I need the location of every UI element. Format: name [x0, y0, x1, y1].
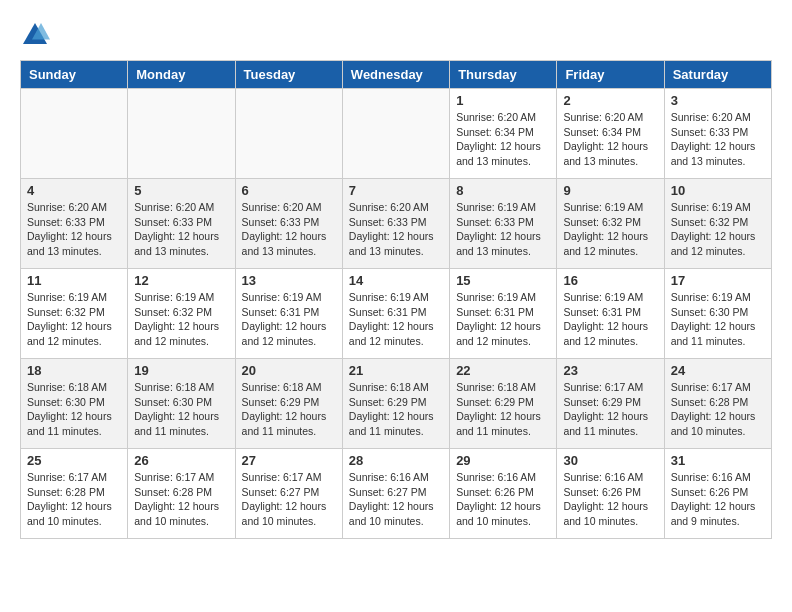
calendar-cell: 31Sunrise: 6:16 AM Sunset: 6:26 PM Dayli…	[664, 449, 771, 539]
calendar-table: SundayMondayTuesdayWednesdayThursdayFrid…	[20, 60, 772, 539]
calendar-week: 11Sunrise: 6:19 AM Sunset: 6:32 PM Dayli…	[21, 269, 772, 359]
calendar-week: 25Sunrise: 6:17 AM Sunset: 6:28 PM Dayli…	[21, 449, 772, 539]
calendar-cell	[235, 89, 342, 179]
day-info: Sunrise: 6:20 AM Sunset: 6:33 PM Dayligh…	[242, 200, 336, 259]
calendar-cell: 16Sunrise: 6:19 AM Sunset: 6:31 PM Dayli…	[557, 269, 664, 359]
day-number: 3	[671, 93, 765, 108]
day-number: 26	[134, 453, 228, 468]
day-number: 5	[134, 183, 228, 198]
calendar-cell	[128, 89, 235, 179]
calendar-cell: 27Sunrise: 6:17 AM Sunset: 6:27 PM Dayli…	[235, 449, 342, 539]
day-number: 11	[27, 273, 121, 288]
day-number: 16	[563, 273, 657, 288]
day-number: 24	[671, 363, 765, 378]
day-info: Sunrise: 6:16 AM Sunset: 6:26 PM Dayligh…	[456, 470, 550, 529]
day-number: 28	[349, 453, 443, 468]
day-number: 6	[242, 183, 336, 198]
calendar-cell: 17Sunrise: 6:19 AM Sunset: 6:30 PM Dayli…	[664, 269, 771, 359]
weekday-header: Monday	[128, 61, 235, 89]
day-info: Sunrise: 6:16 AM Sunset: 6:26 PM Dayligh…	[671, 470, 765, 529]
logo-icon	[20, 20, 50, 50]
calendar-cell: 1Sunrise: 6:20 AM Sunset: 6:34 PM Daylig…	[450, 89, 557, 179]
day-info: Sunrise: 6:19 AM Sunset: 6:31 PM Dayligh…	[349, 290, 443, 349]
day-number: 27	[242, 453, 336, 468]
calendar-cell: 20Sunrise: 6:18 AM Sunset: 6:29 PM Dayli…	[235, 359, 342, 449]
calendar-cell: 30Sunrise: 6:16 AM Sunset: 6:26 PM Dayli…	[557, 449, 664, 539]
day-number: 4	[27, 183, 121, 198]
calendar-cell: 3Sunrise: 6:20 AM Sunset: 6:33 PM Daylig…	[664, 89, 771, 179]
day-info: Sunrise: 6:19 AM Sunset: 6:30 PM Dayligh…	[671, 290, 765, 349]
weekday-row: SundayMondayTuesdayWednesdayThursdayFrid…	[21, 61, 772, 89]
day-number: 15	[456, 273, 550, 288]
day-info: Sunrise: 6:19 AM Sunset: 6:32 PM Dayligh…	[671, 200, 765, 259]
calendar-cell: 4Sunrise: 6:20 AM Sunset: 6:33 PM Daylig…	[21, 179, 128, 269]
calendar-cell: 26Sunrise: 6:17 AM Sunset: 6:28 PM Dayli…	[128, 449, 235, 539]
day-info: Sunrise: 6:17 AM Sunset: 6:28 PM Dayligh…	[671, 380, 765, 439]
calendar-week: 1Sunrise: 6:20 AM Sunset: 6:34 PM Daylig…	[21, 89, 772, 179]
day-info: Sunrise: 6:16 AM Sunset: 6:27 PM Dayligh…	[349, 470, 443, 529]
day-info: Sunrise: 6:17 AM Sunset: 6:28 PM Dayligh…	[27, 470, 121, 529]
day-info: Sunrise: 6:18 AM Sunset: 6:29 PM Dayligh…	[456, 380, 550, 439]
calendar-cell: 13Sunrise: 6:19 AM Sunset: 6:31 PM Dayli…	[235, 269, 342, 359]
calendar-week: 18Sunrise: 6:18 AM Sunset: 6:30 PM Dayli…	[21, 359, 772, 449]
day-info: Sunrise: 6:20 AM Sunset: 6:34 PM Dayligh…	[456, 110, 550, 169]
day-number: 12	[134, 273, 228, 288]
calendar-cell: 15Sunrise: 6:19 AM Sunset: 6:31 PM Dayli…	[450, 269, 557, 359]
day-number: 20	[242, 363, 336, 378]
day-number: 2	[563, 93, 657, 108]
day-info: Sunrise: 6:18 AM Sunset: 6:30 PM Dayligh…	[27, 380, 121, 439]
calendar-cell: 11Sunrise: 6:19 AM Sunset: 6:32 PM Dayli…	[21, 269, 128, 359]
day-number: 19	[134, 363, 228, 378]
weekday-header: Wednesday	[342, 61, 449, 89]
day-info: Sunrise: 6:18 AM Sunset: 6:30 PM Dayligh…	[134, 380, 228, 439]
day-info: Sunrise: 6:20 AM Sunset: 6:34 PM Dayligh…	[563, 110, 657, 169]
day-number: 22	[456, 363, 550, 378]
day-number: 17	[671, 273, 765, 288]
calendar-cell: 2Sunrise: 6:20 AM Sunset: 6:34 PM Daylig…	[557, 89, 664, 179]
calendar-cell	[342, 89, 449, 179]
day-info: Sunrise: 6:19 AM Sunset: 6:31 PM Dayligh…	[563, 290, 657, 349]
day-number: 18	[27, 363, 121, 378]
weekday-header: Saturday	[664, 61, 771, 89]
weekday-header: Thursday	[450, 61, 557, 89]
calendar-cell: 22Sunrise: 6:18 AM Sunset: 6:29 PM Dayli…	[450, 359, 557, 449]
logo	[20, 20, 54, 50]
day-info: Sunrise: 6:20 AM Sunset: 6:33 PM Dayligh…	[134, 200, 228, 259]
calendar-cell: 12Sunrise: 6:19 AM Sunset: 6:32 PM Dayli…	[128, 269, 235, 359]
calendar-cell: 9Sunrise: 6:19 AM Sunset: 6:32 PM Daylig…	[557, 179, 664, 269]
calendar-cell: 28Sunrise: 6:16 AM Sunset: 6:27 PM Dayli…	[342, 449, 449, 539]
day-info: Sunrise: 6:17 AM Sunset: 6:28 PM Dayligh…	[134, 470, 228, 529]
calendar-cell: 6Sunrise: 6:20 AM Sunset: 6:33 PM Daylig…	[235, 179, 342, 269]
day-info: Sunrise: 6:20 AM Sunset: 6:33 PM Dayligh…	[27, 200, 121, 259]
day-info: Sunrise: 6:19 AM Sunset: 6:32 PM Dayligh…	[563, 200, 657, 259]
day-number: 23	[563, 363, 657, 378]
weekday-header: Tuesday	[235, 61, 342, 89]
day-number: 10	[671, 183, 765, 198]
calendar-cell: 7Sunrise: 6:20 AM Sunset: 6:33 PM Daylig…	[342, 179, 449, 269]
weekday-header: Friday	[557, 61, 664, 89]
calendar-header: SundayMondayTuesdayWednesdayThursdayFrid…	[21, 61, 772, 89]
calendar-cell: 18Sunrise: 6:18 AM Sunset: 6:30 PM Dayli…	[21, 359, 128, 449]
calendar-cell: 21Sunrise: 6:18 AM Sunset: 6:29 PM Dayli…	[342, 359, 449, 449]
calendar-cell: 24Sunrise: 6:17 AM Sunset: 6:28 PM Dayli…	[664, 359, 771, 449]
day-info: Sunrise: 6:19 AM Sunset: 6:31 PM Dayligh…	[456, 290, 550, 349]
calendar-body: 1Sunrise: 6:20 AM Sunset: 6:34 PM Daylig…	[21, 89, 772, 539]
day-info: Sunrise: 6:17 AM Sunset: 6:27 PM Dayligh…	[242, 470, 336, 529]
day-info: Sunrise: 6:18 AM Sunset: 6:29 PM Dayligh…	[242, 380, 336, 439]
day-number: 14	[349, 273, 443, 288]
day-number: 13	[242, 273, 336, 288]
day-number: 31	[671, 453, 765, 468]
day-info: Sunrise: 6:17 AM Sunset: 6:29 PM Dayligh…	[563, 380, 657, 439]
calendar-cell: 29Sunrise: 6:16 AM Sunset: 6:26 PM Dayli…	[450, 449, 557, 539]
day-number: 8	[456, 183, 550, 198]
calendar-cell: 10Sunrise: 6:19 AM Sunset: 6:32 PM Dayli…	[664, 179, 771, 269]
day-info: Sunrise: 6:20 AM Sunset: 6:33 PM Dayligh…	[671, 110, 765, 169]
day-number: 1	[456, 93, 550, 108]
calendar-cell: 8Sunrise: 6:19 AM Sunset: 6:33 PM Daylig…	[450, 179, 557, 269]
day-number: 7	[349, 183, 443, 198]
calendar-cell: 5Sunrise: 6:20 AM Sunset: 6:33 PM Daylig…	[128, 179, 235, 269]
day-info: Sunrise: 6:19 AM Sunset: 6:31 PM Dayligh…	[242, 290, 336, 349]
weekday-header: Sunday	[21, 61, 128, 89]
calendar-cell: 25Sunrise: 6:17 AM Sunset: 6:28 PM Dayli…	[21, 449, 128, 539]
day-info: Sunrise: 6:16 AM Sunset: 6:26 PM Dayligh…	[563, 470, 657, 529]
